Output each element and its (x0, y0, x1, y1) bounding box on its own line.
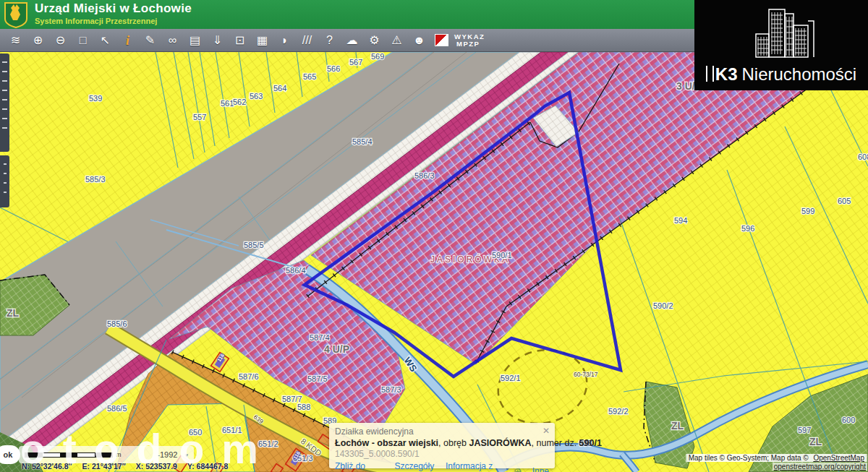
print-icon[interactable]: ▤ (184, 30, 206, 51)
k3-buildings-icon (741, 7, 821, 61)
map-label-562: 562 (233, 98, 246, 106)
map-label-585-6: 585/6 (107, 319, 127, 328)
map-label-564: 564 (273, 84, 286, 93)
comment-icon[interactable]: ◗ (273, 30, 296, 51)
popup-link-szczeg-y-i-[interactable]: Szczegóły (I) (394, 461, 435, 472)
scale-unit: m (116, 451, 122, 458)
map-label-585-4: 585/4 (352, 137, 373, 146)
map-label-zl: ZL (7, 307, 20, 319)
close-icon[interactable]: ✕ (542, 426, 550, 436)
hatch-icon[interactable]: /// (296, 30, 318, 51)
map-label-539: 539 (89, 94, 102, 103)
map-label-zl: ZL (809, 436, 822, 447)
popup-title: Działka ewidencyjna (335, 426, 549, 437)
map-label-600: 600 (842, 416, 855, 424)
map-label-587-4: 587/4 (310, 333, 330, 342)
k3-logo-bars-icon (706, 66, 714, 82)
coord-x: X: 523537.9 (136, 462, 177, 471)
poi-icon[interactable]: ☻ (408, 30, 430, 51)
scale-panel: m -1992▾ (19, 446, 194, 463)
popup-parcel-description: Łochów - obszar wiejski, obręb JASIORÓWK… (335, 438, 549, 448)
map-label-592-1: 592/1 (501, 374, 521, 382)
cloud-icon[interactable]: ☁ (341, 30, 363, 51)
map-label-561: 561 (221, 99, 234, 108)
zoom-in-icon[interactable]: ⊕ (27, 30, 49, 51)
gis-application: 539557561562563564565566567569585/4585/3… (0, 0, 868, 472)
map-label-587-5: 587/5 (307, 374, 328, 383)
coord-n: N: 52°32'46.8″ (22, 462, 72, 471)
map-label-586-4: 586/4 (286, 266, 306, 275)
map-label-586-5: 586/5 (107, 404, 127, 413)
measure-icon[interactable]: ✎ (139, 30, 161, 51)
osm-link[interactable]: OpenStreetMap (812, 454, 866, 462)
coordinates-readout: N: 52°32'46.8″E: 21°43'17″X: 523537.9Y: … (22, 462, 228, 471)
map-label-596: 596 (741, 224, 754, 233)
map-label-608: 608 (858, 153, 868, 161)
zoom-out-icon[interactable]: ⊖ (49, 30, 72, 51)
coord-y: Y: 684467.8 (187, 462, 228, 471)
download-icon[interactable]: ⇓ (206, 30, 229, 51)
map-label-585-5: 585/5 (244, 241, 264, 249)
map-label-590-1: 590/1 (492, 251, 512, 259)
map-label-588: 588 (297, 403, 310, 411)
map-label-597: 597 (798, 426, 811, 434)
info-icon[interactable]: i (116, 30, 139, 51)
map-label-zl: ZL (671, 420, 684, 432)
map-label-563: 563 (250, 92, 263, 100)
help-icon[interactable]: ? (318, 30, 341, 51)
pointer-icon[interactable]: ↖ (94, 30, 116, 51)
k3-brand-name: K3Nieruchomości (706, 64, 856, 85)
parcel-info-popup: Działka ewidencyjna ✕ Łochów - obszar wi… (329, 423, 555, 468)
wykaz-mpzp-button[interactable]: WYKAZ MPZP (454, 33, 485, 48)
left-panel-rail[interactable] (0, 53, 9, 152)
map-label-587-3: 587/3 (381, 385, 401, 394)
add-icon[interactable]: ⊕ (514, 465, 522, 472)
settings-icon[interactable]: ⚙ (363, 30, 386, 51)
map-canvas[interactable]: 539557561562563564565566567569585/4585/3… (0, 52, 868, 472)
select-area-icon[interactable]: □ (72, 30, 94, 51)
copy-view-icon[interactable]: ⊡ (229, 30, 251, 51)
map-label-650: 650 (189, 428, 202, 437)
layers-icon[interactable]: ≋ (4, 30, 27, 51)
chevron-down-icon: ▾ (184, 452, 188, 459)
map-label-590-2: 590/2 (653, 301, 673, 310)
map-label-651-1: 651/1 (222, 426, 242, 434)
k3-brand-panel: K3Nieruchomości (694, 0, 868, 90)
map-label-60-73-17: 60-73/17 (574, 371, 598, 378)
popup-parcel-id: 143305_5.0008.590/1 (335, 449, 549, 459)
map-label-594: 594 (674, 216, 687, 225)
page-title: Urząd Miejski w Łochowie (35, 1, 192, 16)
watermark-badge: ok (0, 445, 20, 464)
map-label-565: 565 (303, 72, 316, 81)
popup-link-informacja-z-planu[interactable]: Informacja z planu (446, 461, 503, 472)
map-label-585-3: 585/3 (85, 175, 106, 184)
mpzp-flag-icon[interactable] (435, 34, 448, 46)
map-attribution: Map tiles © Geo-System; Map data © OpenS… (686, 454, 867, 471)
popup-link-inne[interactable]: Inne (532, 466, 549, 472)
split-view-icon[interactable]: ▦ (251, 30, 273, 51)
map-label-599: 599 (801, 207, 814, 215)
map-label-569: 569 (371, 52, 384, 61)
crs-selector[interactable]: -1992▾ (157, 450, 188, 459)
osm-copyright-link[interactable]: openstreetmap.org/copyright (773, 463, 867, 471)
map-label-651-2: 651/2 (258, 439, 278, 448)
coord-e: E: 21°43'17″ (82, 462, 126, 471)
coat-of-arms-icon (4, 2, 28, 28)
link-icon[interactable]: ∞ (161, 30, 184, 51)
popup-actions: Zbliż do obiektuSzczegóły (I)Informacja … (335, 461, 549, 472)
map-label-566: 566 (327, 64, 340, 73)
map-label-592-2: 592/2 (608, 407, 629, 416)
scale-bar (25, 452, 113, 458)
map-label-586-3: 586/3 (414, 171, 435, 180)
map-label-587-6: 587/6 (239, 372, 259, 381)
map-label-567: 567 (349, 58, 362, 66)
page-subtitle: System Informacji Przestrzennej (35, 17, 157, 25)
map-label-557: 557 (193, 113, 206, 121)
alert-icon[interactable]: ⚠ (386, 30, 408, 51)
map-label-4-u-p: 4 U/P (324, 343, 349, 355)
map-label-605: 605 (838, 197, 851, 205)
popup-link-zbli-do-obiektu[interactable]: Zbliż do obiektu (335, 461, 384, 472)
left-panel-tab[interactable] (0, 155, 9, 207)
